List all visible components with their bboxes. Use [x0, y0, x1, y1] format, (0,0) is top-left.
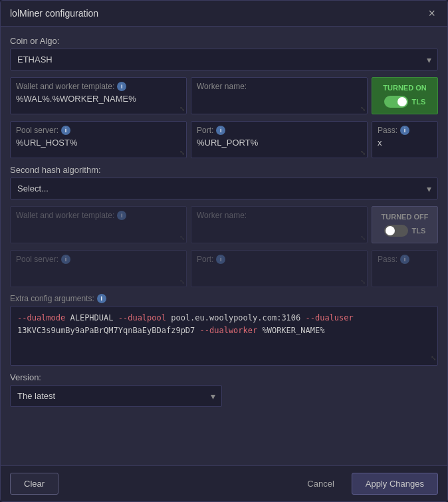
- extra-config-resize-handle: ⤡: [431, 353, 436, 364]
- secondary-tls-label: TLS: [412, 227, 426, 235]
- secondary-pool-row: Pool server: i ⤡ Port: i ⤡ Pass: i: [10, 250, 438, 287]
- secondary-wallet-field: Wallet and worker template: i ⤡: [10, 206, 187, 243]
- primary-wallet-row: Wallet and worker template: i %WAL%.%WOR…: [10, 77, 438, 114]
- wallet-worker-template-label: Wallet and worker template: i: [16, 82, 181, 91]
- pool-info-icon[interactable]: i: [61, 126, 70, 135]
- pool-resize-handle: ⤡: [179, 149, 185, 156]
- extra-config-text: --dualmode ALEPHDUAL --dualpool pool.eu.…: [17, 312, 431, 337]
- close-button[interactable]: ×: [425, 7, 438, 19]
- port-value: %URL_PORT%: [197, 138, 362, 148]
- version-dropdown[interactable]: The latest: [10, 385, 222, 407]
- secondary-worker-resize-handle: ⤡: [360, 234, 366, 241]
- pass-field: Pass: i x: [372, 121, 438, 158]
- version-label: Version:: [10, 372, 222, 382]
- pool-server-value: %URL_HOST%: [16, 138, 181, 148]
- second-algo-section: Second hash algorithm: Select... ▾: [10, 165, 438, 199]
- secondary-port-label: Port: i: [197, 255, 362, 264]
- secondary-wallet-row: Wallet and worker template: i ⤡ Worker n…: [10, 206, 438, 243]
- secondary-port-info-icon[interactable]: i: [216, 255, 225, 264]
- pool-server-label: Pool server: i: [16, 126, 181, 135]
- wallet-worker-template-value: %WAL%.%WORKER_NAME%: [16, 94, 181, 104]
- dialog-body: Coin or Algo: ETHASH ▾ Wallet and worker…: [1, 27, 447, 465]
- primary-tls-status: TURNED ON: [383, 84, 426, 92]
- pool-server-field: Pool server: i %URL_HOST% ⤡: [10, 121, 187, 158]
- pass-label: Pass: i: [378, 126, 432, 135]
- secondary-worker-field: Worker name: ⤡: [191, 206, 368, 243]
- coin-algo-section: Coin or Algo: ETHASH ▾: [10, 36, 438, 70]
- secondary-pass-info-icon[interactable]: i: [400, 255, 409, 264]
- worker-name-label: Worker name:: [197, 82, 362, 91]
- primary-tls-toggle[interactable]: [384, 96, 408, 108]
- worker-name-field: Worker name: ⤡: [191, 77, 368, 114]
- worker-resize-handle: ⤡: [360, 105, 366, 112]
- lolminer-config-dialog: lolMiner configuration × Coin or Algo: E…: [0, 0, 448, 502]
- primary-tls-toggle-wrapper: TLS: [384, 96, 426, 108]
- apply-changes-button[interactable]: Apply Changes: [352, 473, 438, 495]
- version-dropdown-wrapper: The latest ▾: [10, 385, 222, 407]
- secondary-wallet-resize-handle: ⤡: [179, 234, 185, 241]
- coin-algo-dropdown-wrapper: ETHASH ▾: [10, 49, 438, 70]
- primary-pool-row: Pool server: i %URL_HOST% ⤡ Port: i %URL…: [10, 121, 438, 158]
- secondary-pool-info-icon[interactable]: i: [61, 255, 70, 264]
- primary-tls-knob: [397, 97, 407, 106]
- secondary-worker-label: Worker name:: [197, 211, 362, 220]
- coin-algo-label: Coin or Algo:: [10, 36, 438, 46]
- dialog-header: lolMiner configuration ×: [1, 1, 447, 27]
- dialog-title: lolMiner configuration: [10, 8, 98, 19]
- primary-tls-box: TURNED ON TLS: [372, 77, 438, 114]
- secondary-pass-label: Pass: i: [378, 255, 432, 264]
- secondary-tls-status: TURNED OFF: [382, 213, 429, 221]
- footer-right: Cancel Apply Changes: [296, 473, 438, 495]
- secondary-wallet-label: Wallet and worker template: i: [16, 211, 181, 220]
- wallet-resize-handle: ⤡: [179, 105, 185, 112]
- pass-value: x: [378, 138, 432, 148]
- extra-config-box[interactable]: --dualmode ALEPHDUAL --dualpool pool.eu.…: [10, 306, 438, 366]
- port-field: Port: i %URL_PORT% ⤡: [191, 121, 368, 158]
- secondary-port-resize-handle: ⤡: [360, 278, 366, 285]
- secondary-port-field: Port: i ⤡: [191, 250, 368, 287]
- second-algo-label: Second hash algorithm:: [10, 165, 438, 175]
- second-algo-dropdown[interactable]: Select...: [10, 178, 438, 199]
- secondary-tls-box: TURNED OFF TLS: [372, 206, 438, 243]
- secondary-tls-toggle[interactable]: [384, 225, 408, 237]
- wallet-worker-template-field: Wallet and worker template: i %WAL%.%WOR…: [10, 77, 187, 114]
- dialog-footer: Clear Cancel Apply Changes: [1, 465, 447, 501]
- secondary-pool-label: Pool server: i: [16, 255, 181, 264]
- pass-info-icon[interactable]: i: [400, 126, 409, 135]
- secondary-tls-toggle-wrapper: TLS: [384, 225, 426, 237]
- port-resize-handle: ⤡: [360, 149, 366, 156]
- version-section: Version: The latest ▾: [10, 372, 438, 407]
- extra-config-label: Extra config arguments: i: [10, 294, 438, 303]
- secondary-wallet-info-icon[interactable]: i: [117, 211, 126, 220]
- secondary-pass-field: Pass: i: [372, 250, 438, 287]
- secondary-pool-field: Pool server: i ⤡: [10, 250, 187, 287]
- secondary-pool-resize-handle: ⤡: [179, 278, 185, 285]
- port-label: Port: i: [197, 126, 362, 135]
- port-info-icon[interactable]: i: [216, 126, 225, 135]
- coin-algo-dropdown[interactable]: ETHASH: [10, 49, 438, 70]
- secondary-tls-knob: [386, 226, 395, 235]
- extra-config-info-icon[interactable]: i: [97, 294, 106, 303]
- cancel-button[interactable]: Cancel: [296, 473, 344, 494]
- primary-tls-label: TLS: [412, 98, 426, 106]
- wallet-info-icon[interactable]: i: [117, 82, 126, 91]
- extra-config-section: Extra config arguments: i --dualmode ALE…: [10, 294, 438, 366]
- second-algo-dropdown-wrapper: Select... ▾: [10, 178, 438, 199]
- version-dropdown-section: Version: The latest ▾: [10, 372, 222, 407]
- clear-button[interactable]: Clear: [10, 473, 58, 495]
